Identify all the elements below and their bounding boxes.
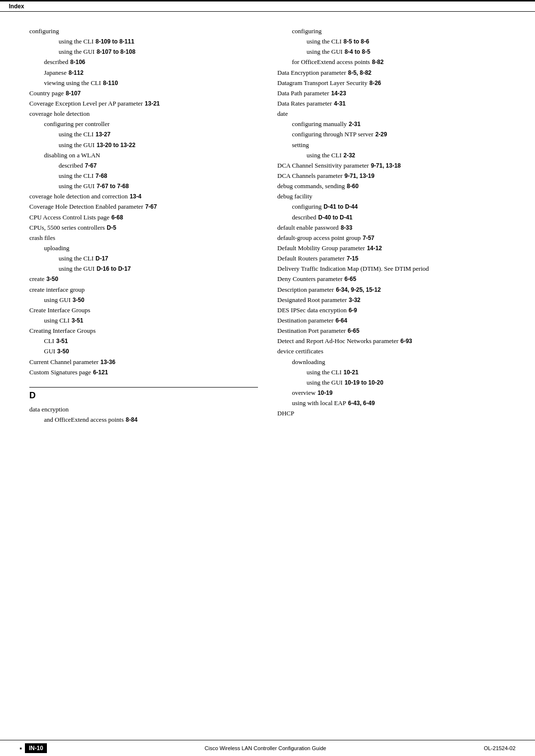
page-ref: 8-26 (369, 80, 381, 86)
top-bar-label: Index (9, 3, 24, 10)
list-item: disabling on a WLAN (44, 151, 258, 160)
entry-text: coverage hole detection and correction (29, 193, 128, 200)
right-column: configuringusing the CLI8-5 to 8-6using … (273, 26, 516, 425)
list-item: coverage hole detection and correction13… (29, 192, 258, 201)
list-item: Deny Counters parameter6-65 (278, 274, 516, 284)
entry-text: viewing using the CLI (44, 79, 101, 86)
list-item: Destination parameter6-64 (278, 316, 516, 325)
page-ref: 14-23 (331, 90, 346, 97)
entry-text: and OfficeExtend access points (44, 416, 124, 423)
list-item: setting (292, 140, 516, 150)
list-item: CPUs, 5500 series controllersD-5 (29, 223, 258, 233)
page-ref: 13-20 to 13-22 (97, 142, 135, 149)
entry-text: DHCP (278, 410, 295, 417)
page-ref: 2-31 (349, 121, 361, 128)
list-item: DES IPSec data encryption6-9 (278, 305, 516, 315)
entry-text: DES IPSec data encryption (278, 306, 347, 314)
page-ref: 7-67 to 7-68 (97, 183, 129, 190)
list-item: using the CLI2-32 (307, 151, 516, 160)
entry-text: using the GUI (59, 182, 95, 190)
entry-text: disabling on a WLAN (44, 151, 100, 159)
list-item: and OfficeExtend access points8-84 (44, 415, 258, 425)
entry-text: Coverage Hole Detection Enabled paramete… (29, 203, 143, 210)
page-ref: 9-71, 13-19 (344, 173, 374, 179)
list-item: configuring manually2-31 (292, 119, 516, 129)
entry-text: using the GUI (307, 48, 343, 55)
entry-text: Data Path parameter (278, 89, 329, 97)
entry-text: configuring through NTP server (292, 130, 374, 138)
list-item: describedD-40 to D-41 (292, 213, 516, 222)
page-ref: 3-50 (46, 276, 58, 282)
entry-text: Coverage Exception Level per AP paramete… (29, 100, 143, 107)
entry-text: Deny Counters parameter (278, 275, 343, 282)
entry-text: coverage hole detection (29, 110, 89, 117)
entry-text: Country page (29, 89, 64, 97)
footer: ▪ IN-10 Cisco Wireless LAN Controller Co… (0, 740, 535, 756)
page-ref: 6-43, 6-49 (348, 400, 375, 407)
page-ref: 7-67 (145, 203, 157, 210)
entry-text: data encryption (29, 406, 69, 413)
entry-text: Data Encryption parameter (278, 69, 346, 76)
list-item: DCA Channels parameter9-71, 13-19 (278, 171, 516, 181)
page-ref: 2-32 (343, 152, 355, 159)
page-ref: D-40 to D-41 (318, 214, 352, 221)
entry-text: using the CLI (59, 172, 94, 179)
page-ref: 13-4 (129, 193, 141, 200)
page-ref: 14-12 (367, 245, 382, 252)
page-ref: 4-31 (334, 100, 345, 107)
list-item: using with local EAP6-43, 6-49 (292, 398, 516, 408)
section-letter: D (29, 390, 36, 400)
list-item: debug commands, sending8-60 (278, 181, 516, 191)
list-item: GUI3-50 (44, 346, 258, 356)
entry-text: Default Mobility Group parameter (278, 244, 365, 252)
list-item: Datagram Transport Layer Security8-26 (278, 78, 516, 88)
list-item: described7-67 (59, 161, 258, 171)
page-ref: 6-68 (111, 214, 123, 221)
page-ref: 8-4 to 8-5 (344, 48, 370, 55)
list-item: CLI3-51 (44, 336, 258, 346)
list-item: configuring (292, 26, 516, 36)
entry-text: date (278, 110, 288, 117)
page-ref: 6-9 (348, 307, 357, 314)
top-bar: Index (0, 0, 535, 12)
list-item: using the GUI7-67 to 7-68 (59, 181, 258, 191)
page-ref: 3-50 (73, 297, 85, 303)
page-ref: 13-21 (145, 100, 160, 107)
list-item: described8-106 (44, 57, 258, 67)
entry-text: configuring per controller (44, 120, 109, 128)
page-ref: D-5 (107, 224, 116, 231)
page-ref: 8-106 (70, 59, 86, 65)
list-item: crash files (29, 233, 258, 243)
entry-text: CPU Access Control Lists page (29, 214, 109, 221)
page-ref: 13-36 (101, 359, 116, 366)
page-ref: 6-64 (336, 317, 347, 324)
entry-text: configuring manually (292, 120, 347, 128)
section-divider: D (29, 387, 258, 401)
entry-text: using the CLI (59, 255, 94, 262)
page-ref: 6-65 (348, 327, 360, 334)
page-ref: 8-33 (341, 224, 352, 231)
list-item: viewing using the CLI8-110 (44, 78, 258, 88)
list-item: using the GUID-16 to D-17 (59, 264, 258, 274)
list-item: for OfficeExtend access points8-82 (292, 57, 516, 67)
page-ref: 8-5 to 8-6 (343, 38, 369, 45)
list-item: Custom Signatures page6-121 (29, 367, 258, 377)
list-item: Data Path parameter14-23 (278, 88, 516, 98)
list-item: configuringD-41 to D-44 (292, 202, 516, 212)
page-ref: 8-107 (65, 90, 81, 97)
list-item: using the CLI10-21 (307, 367, 516, 377)
entry-text: using CLI (44, 317, 69, 324)
entry-text: downloading (292, 358, 325, 366)
page-ref: D-41 to D-44 (323, 203, 358, 210)
page-ref: 8-84 (126, 416, 137, 423)
list-item: default-group access point group7-57 (278, 233, 516, 243)
list-item: default enable password8-33 (278, 223, 516, 233)
list-item: Data Rates parameter4-31 (278, 99, 516, 108)
page-ref: 6-121 (93, 369, 108, 376)
page-ref: 8-109 to 8-111 (96, 38, 134, 45)
list-item: using the GUI8-107 to 8-108 (59, 47, 258, 57)
entry-text: using the CLI (307, 368, 342, 376)
entry-text: for OfficeExtend access points (292, 58, 370, 65)
entry-text: configuring (292, 203, 322, 210)
page-ref: 7-67 (85, 162, 97, 169)
